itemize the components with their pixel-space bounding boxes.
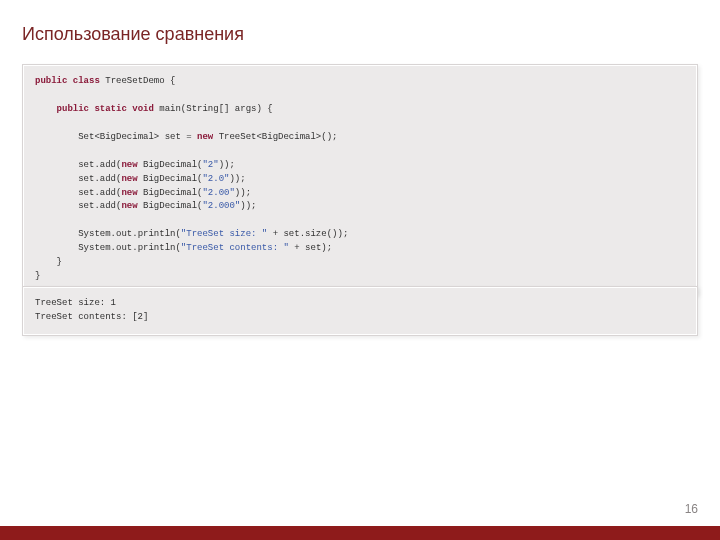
output-line2: TreeSet contents: [2] (35, 312, 148, 322)
kw-public: public (35, 76, 67, 86)
print1-b: + set.size()); (267, 229, 348, 239)
print1-str: "TreeSet size: " (181, 229, 267, 239)
kw-new-a1: new (121, 160, 137, 170)
add3-a: set.add( (78, 188, 121, 198)
print2-a: System.out.println( (78, 243, 181, 253)
add2-str: "2.0" (202, 174, 229, 184)
add1-a: set.add( (78, 160, 121, 170)
add4-a: set.add( (78, 201, 121, 211)
code-block-output: TreeSet size: 1 TreeSet contents: [2] (22, 286, 698, 336)
footer-bar (0, 526, 720, 540)
main-sig: main(String[] args) { (154, 104, 273, 114)
kw-new1: new (197, 132, 213, 142)
output-line1: TreeSet size: 1 (35, 298, 116, 308)
kw-static: static (94, 104, 126, 114)
close-inner: } (35, 257, 62, 267)
set-decl-a: Set<BigDecimal> set = (78, 132, 197, 142)
print2-b: + set); (289, 243, 332, 253)
add3-str: "2.00" (202, 188, 234, 198)
print2-str: "TreeSet contents: " (181, 243, 289, 253)
add4-str: "2.000" (202, 201, 240, 211)
add4-b: BigDecimal( (138, 201, 203, 211)
add1-b: BigDecimal( (138, 160, 203, 170)
close-outer: } (35, 271, 40, 281)
kw-new-a2: new (121, 174, 137, 184)
slide: Использование сравнения public class Tre… (0, 0, 720, 540)
set-decl-b: TreeSet<BigDecimal>(); (213, 132, 337, 142)
class-decl: TreeSetDemo { (100, 76, 176, 86)
kw-void: void (132, 104, 154, 114)
page-number: 16 (685, 502, 698, 516)
add2-a: set.add( (78, 174, 121, 184)
kw-public2: public (57, 104, 89, 114)
slide-title: Использование сравнения (22, 24, 244, 45)
add3-b: BigDecimal( (138, 188, 203, 198)
kw-new-a4: new (121, 201, 137, 211)
add3-c: )); (235, 188, 251, 198)
add2-c: )); (229, 174, 245, 184)
kw-class: class (73, 76, 100, 86)
add1-str: "2" (202, 160, 218, 170)
print1-a: System.out.println( (78, 229, 181, 239)
code-block-source: public class TreeSetDemo { public static… (22, 64, 698, 295)
add1-c: )); (219, 160, 235, 170)
add2-b: BigDecimal( (138, 174, 203, 184)
kw-new-a3: new (121, 188, 137, 198)
add4-c: )); (240, 201, 256, 211)
